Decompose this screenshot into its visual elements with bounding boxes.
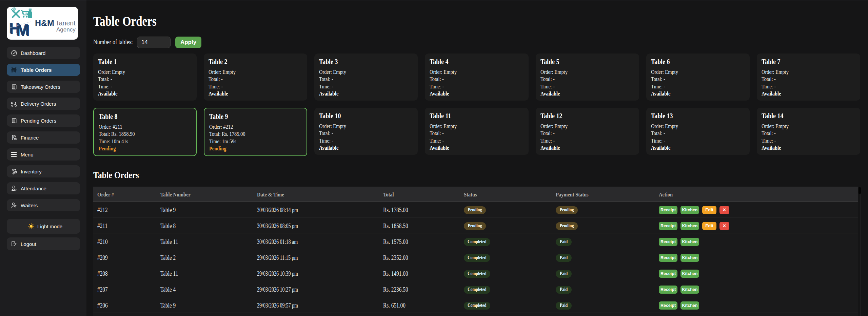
svg-text:Tanent: Tanent bbox=[56, 19, 76, 27]
svg-text:H&M: H&M bbox=[35, 18, 54, 28]
svg-text:Agency: Agency bbox=[56, 26, 76, 33]
svg-text:$: $ bbox=[13, 136, 14, 139]
